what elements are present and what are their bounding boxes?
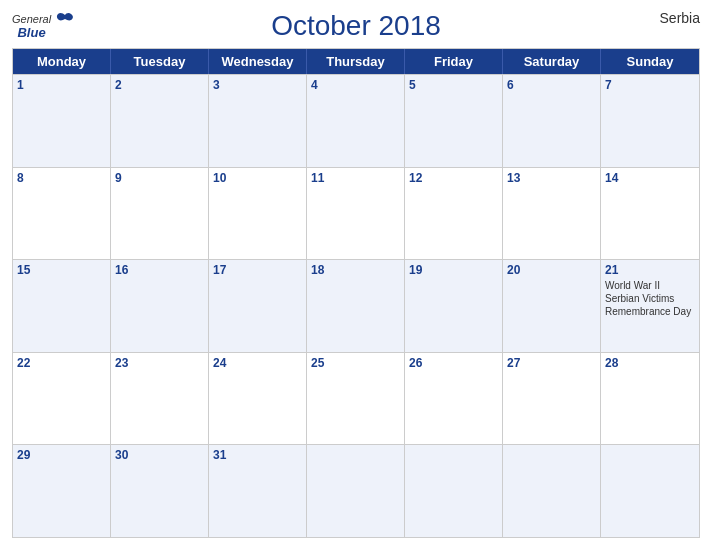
day-cell-22: 22 xyxy=(13,353,111,445)
day-number: 11 xyxy=(311,171,400,185)
day-number: 30 xyxy=(115,448,204,462)
day-number: 4 xyxy=(311,78,400,92)
day-cell-26: 26 xyxy=(405,353,503,445)
day-cell-14: 14 xyxy=(601,168,699,260)
day-number: 7 xyxy=(605,78,695,92)
day-number: 16 xyxy=(115,263,204,277)
day-number: 10 xyxy=(213,171,302,185)
day-header-tuesday: Tuesday xyxy=(111,49,209,74)
day-number: 14 xyxy=(605,171,695,185)
week-row-4: 22232425262728 xyxy=(13,352,699,445)
calendar-grid: MondayTuesdayWednesdayThursdayFridaySatu… xyxy=(12,48,700,538)
day-cell-31: 31 xyxy=(209,445,307,537)
week-row-1: 1234567 xyxy=(13,74,699,167)
month-title: October 2018 xyxy=(271,10,441,42)
day-header-saturday: Saturday xyxy=(503,49,601,74)
day-cell-2: 2 xyxy=(111,75,209,167)
day-cell-20: 20 xyxy=(503,260,601,352)
day-number: 6 xyxy=(507,78,596,92)
day-cell-empty xyxy=(601,445,699,537)
week-row-2: 891011121314 xyxy=(13,167,699,260)
day-number: 2 xyxy=(115,78,204,92)
week-row-3: 15161718192021World War II Serbian Victi… xyxy=(13,259,699,352)
day-cell-5: 5 xyxy=(405,75,503,167)
logo: General Blue xyxy=(12,10,51,39)
day-cell-16: 16 xyxy=(111,260,209,352)
day-number: 28 xyxy=(605,356,695,370)
day-cell-8: 8 xyxy=(13,168,111,260)
logo-general-text: General xyxy=(12,13,51,25)
country-label: Serbia xyxy=(660,10,700,26)
event-text: World War II Serbian Victims Remembrance… xyxy=(605,279,695,318)
day-number: 24 xyxy=(213,356,302,370)
day-number: 26 xyxy=(409,356,498,370)
day-cell-6: 6 xyxy=(503,75,601,167)
day-cell-3: 3 xyxy=(209,75,307,167)
day-cell-empty xyxy=(503,445,601,537)
day-cell-4: 4 xyxy=(307,75,405,167)
header-row: General Blue October 2018 Serbia xyxy=(12,10,700,42)
day-cell-10: 10 xyxy=(209,168,307,260)
day-cell-17: 17 xyxy=(209,260,307,352)
day-number: 25 xyxy=(311,356,400,370)
day-cell-1: 1 xyxy=(13,75,111,167)
day-number: 27 xyxy=(507,356,596,370)
day-number: 9 xyxy=(115,171,204,185)
day-number: 15 xyxy=(17,263,106,277)
day-cell-empty xyxy=(307,445,405,537)
day-cell-30: 30 xyxy=(111,445,209,537)
day-number: 18 xyxy=(311,263,400,277)
day-number: 13 xyxy=(507,171,596,185)
day-cell-18: 18 xyxy=(307,260,405,352)
week-row-5: 293031 xyxy=(13,444,699,537)
day-cell-11: 11 xyxy=(307,168,405,260)
day-header-thursday: Thursday xyxy=(307,49,405,74)
day-header-wednesday: Wednesday xyxy=(209,49,307,74)
day-header-friday: Friday xyxy=(405,49,503,74)
day-number: 5 xyxy=(409,78,498,92)
day-number: 31 xyxy=(213,448,302,462)
calendar-container: General Blue October 2018 Serbia MondayT… xyxy=(0,0,712,550)
logo-bird-icon xyxy=(53,12,73,26)
day-cell-13: 13 xyxy=(503,168,601,260)
day-cell-27: 27 xyxy=(503,353,601,445)
day-header-monday: Monday xyxy=(13,49,111,74)
logo-blue-text: Blue xyxy=(17,26,45,39)
day-number: 17 xyxy=(213,263,302,277)
day-number: 22 xyxy=(17,356,106,370)
day-cell-19: 19 xyxy=(405,260,503,352)
day-number: 29 xyxy=(17,448,106,462)
day-cell-28: 28 xyxy=(601,353,699,445)
day-number: 23 xyxy=(115,356,204,370)
day-cell-24: 24 xyxy=(209,353,307,445)
day-number: 12 xyxy=(409,171,498,185)
day-number: 8 xyxy=(17,171,106,185)
day-number: 20 xyxy=(507,263,596,277)
day-headers-row: MondayTuesdayWednesdayThursdayFridaySatu… xyxy=(13,49,699,74)
day-cell-7: 7 xyxy=(601,75,699,167)
day-cell-29: 29 xyxy=(13,445,111,537)
weeks-container: 123456789101112131415161718192021World W… xyxy=(13,74,699,537)
day-cell-15: 15 xyxy=(13,260,111,352)
day-header-sunday: Sunday xyxy=(601,49,699,74)
day-cell-25: 25 xyxy=(307,353,405,445)
day-cell-21: 21World War II Serbian Victims Remembran… xyxy=(601,260,699,352)
day-cell-9: 9 xyxy=(111,168,209,260)
day-number: 21 xyxy=(605,263,695,277)
day-number: 19 xyxy=(409,263,498,277)
day-cell-12: 12 xyxy=(405,168,503,260)
day-number: 1 xyxy=(17,78,106,92)
day-cell-empty xyxy=(405,445,503,537)
day-cell-23: 23 xyxy=(111,353,209,445)
day-number: 3 xyxy=(213,78,302,92)
